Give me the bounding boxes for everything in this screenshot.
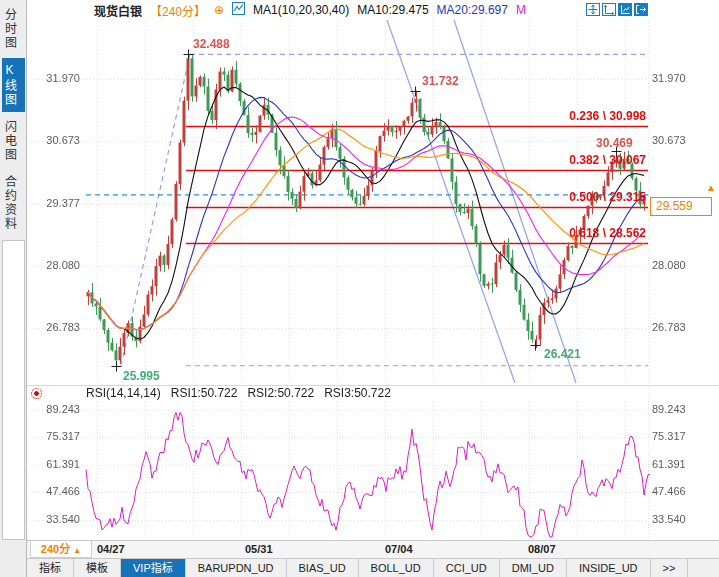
rsi-axis-label-right: 75.317 — [652, 430, 686, 442]
price-axis-label-left: 28.080 — [30, 259, 80, 271]
chart-toolbar-icons — [586, 3, 648, 16]
chart-canvas[interactable] — [0, 0, 719, 577]
price-point-label: 25.995 — [123, 369, 160, 383]
price-axis-label-left: 26.783 — [30, 321, 80, 333]
period-up-arrow-icon: ▲ — [73, 546, 81, 555]
ma30-value-truncated: M — [516, 3, 526, 17]
rsi-axis-label-left: 89.243 — [30, 403, 80, 415]
price-up-arrow-icon: ▲ — [706, 182, 716, 193]
tab-vip[interactable]: VIP指标 — [121, 559, 186, 577]
chart-image-icon[interactable] — [232, 2, 245, 18]
axis-zoom-icon[interactable] — [602, 3, 616, 16]
sidebar-item-3[interactable]: 合约资料 — [2, 170, 25, 236]
x-axis-strip: 240分 ▲ 04/2705/3107/0408/07 — [27, 540, 719, 558]
chart-type-sidebar: 分时图K线图闪电图合约资料 — [0, 0, 27, 577]
price-axis-label-left: 29.377 — [30, 197, 80, 209]
sidebar-empty-panel — [2, 240, 25, 540]
tab-boll_ud[interactable]: BOLL_UD — [359, 559, 434, 577]
rsi-axis-label-left: 75.317 — [30, 430, 80, 442]
rsi2-value: RSI2:50.722 — [247, 386, 314, 400]
exit-chart-icon[interactable] — [634, 3, 648, 16]
rsi-axis-label-left: 61.391 — [30, 458, 80, 470]
rsi-axis-label-right: 61.391 — [652, 458, 686, 470]
rsi-settings-icon[interactable] — [31, 388, 42, 399]
period-selector-label: 240分 — [41, 543, 70, 555]
x-axis-date-label: 05/31 — [245, 543, 273, 555]
tab-inside_ud[interactable]: INSIDE_UD — [567, 559, 651, 577]
axis-scale-icon[interactable] — [618, 3, 632, 16]
price-point-label: 26.421 — [544, 347, 581, 361]
ma-settings-label: MA1(10,20,30,40) — [253, 3, 349, 17]
price-point-label: 32.488 — [193, 37, 230, 51]
price-axis-label-right: 28.080 — [652, 259, 686, 271]
rsi-axis-label-left: 47.466 — [30, 485, 80, 497]
rsi3-value: RSI3:50.722 — [324, 386, 391, 400]
tab-barupdn_ud[interactable]: BARUPDN_UD — [186, 559, 287, 577]
sidebar-item-1[interactable]: K线图 — [2, 58, 25, 112]
rsi-axis-label-right: 33.540 — [652, 513, 686, 525]
fib-level-label: 0.236 \ 30.998 — [569, 109, 646, 123]
period-label[interactable]: 【240分】 — [150, 2, 206, 19]
current-price-box: 29.559 — [650, 197, 712, 216]
instrument-name: 现货白银 — [94, 2, 142, 19]
ma20-value: MA20:29.697 — [437, 3, 508, 17]
rsi-header: RSI(14,14,14) RSI1:50.722 RSI2:50.722 RS… — [31, 386, 401, 400]
rsi-axis-label-right: 47.466 — [652, 485, 686, 497]
rsi1-value: RSI1:50.722 — [171, 386, 238, 400]
fib-level-label: 0.382 \ 30.067 — [569, 153, 646, 167]
period-selector[interactable]: 240分 ▲ — [30, 541, 92, 558]
trading-app-window: 分时图K线图闪电图合约资料 现货白银 【240分】 ⊕ MA1(10,20,30… — [0, 0, 719, 577]
tab-[interactable]: 模板 — [74, 559, 121, 577]
ma10-value: MA10:29.475 — [357, 3, 428, 17]
x-axis-date-label: 07/04 — [385, 543, 413, 555]
price-axis-label-right: 26.783 — [652, 321, 686, 333]
rsi-axis-label-right: 89.243 — [652, 403, 686, 415]
fib-level-label: 0.500 \ 29.315 — [569, 190, 646, 204]
sidebar-item-0[interactable]: 分时图 — [2, 3, 25, 55]
tab-dmi_ud[interactable]: DMI_UD — [500, 559, 567, 577]
tab-cci_ud[interactable]: CCI_UD — [434, 559, 500, 577]
price-axis-label-left: 30.673 — [30, 134, 80, 146]
tab-[interactable]: 指标 — [27, 559, 74, 577]
x-axis-date-label: 08/07 — [528, 543, 556, 555]
add-indicator-icon[interactable]: ⊕ — [214, 3, 224, 17]
rsi-axis-label-left: 33.540 — [30, 513, 80, 525]
price-axis-label-right: 30.673 — [652, 134, 686, 146]
price-axis-label-right: 31.970 — [652, 72, 686, 84]
tab-bias_ud[interactable]: BIAS_UD — [287, 559, 359, 577]
indicator-tab-bar: 指标模板VIP指标BARUPDN_UDBIAS_UDBOLL_UDCCI_UDD… — [27, 558, 719, 577]
x-axis-date-label: 04/27 — [97, 543, 125, 555]
price-point-label: 30.469 — [596, 136, 633, 150]
sidebar-item-2[interactable]: 闪电图 — [2, 115, 25, 167]
fib-level-label: 0.618 \ 28.562 — [569, 226, 646, 240]
rsi-title: RSI(14,14,14) — [86, 386, 161, 400]
tab-[interactable]: >> — [651, 559, 689, 577]
price-point-label: 31.732 — [422, 74, 459, 88]
price-axis-label-left: 31.970 — [30, 72, 80, 84]
move-crosshair-icon[interactable] — [586, 3, 600, 16]
